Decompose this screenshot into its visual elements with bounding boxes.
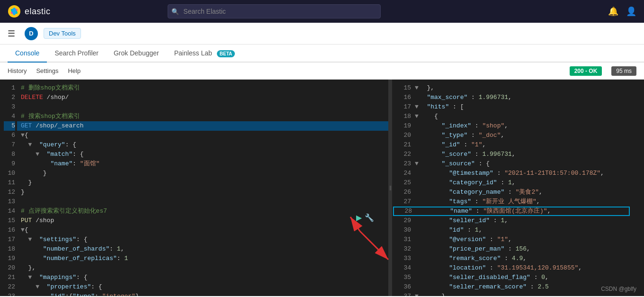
resp-line: 24 "@timestamp" : "2021-11-21T01:57:00.1… bbox=[392, 169, 644, 178]
status-badge: 200 - OK bbox=[570, 66, 602, 76]
code-line: ▼{ bbox=[17, 131, 388, 140]
code-line: "number_of_replicas": 1 bbox=[17, 254, 388, 263]
response-pane[interactable]: 15 ▼ }, 16 "max_score" : 1.996731, 17 ▼ … bbox=[392, 80, 644, 296]
code-editor[interactable]: # 删除shop文档索引 DELETE /shop/ # 搜索shop文档索引 … bbox=[17, 80, 388, 296]
resp-line: 19 "_index" : "shop", bbox=[392, 121, 644, 131]
resp-line: 25 "category_id" : 1, bbox=[392, 178, 644, 188]
code-line: ▼ "match": { bbox=[17, 150, 388, 159]
resp-line: 34 "location" : "31.195341,120.915855", bbox=[392, 263, 644, 273]
line-action-buttons: ▶ 🔧 bbox=[356, 213, 374, 222]
code-line: } bbox=[17, 188, 388, 197]
resp-line: 30 "id" : 1, bbox=[392, 225, 644, 235]
top-navigation: elastic 🔍 🔔 👤 bbox=[0, 0, 644, 23]
resp-line: 27 "tags" : "新开业 人气爆棚", bbox=[392, 197, 644, 207]
resp-line: 33 "remark_score" : 4.9, bbox=[392, 254, 644, 263]
code-line: "name": "面馆" bbox=[17, 159, 388, 169]
resp-line: 35 "seller_disabled_flag" : 0, bbox=[392, 273, 644, 282]
search-icon: 🔍 bbox=[171, 8, 179, 15]
code-line: "number_of_shards": 1, bbox=[17, 244, 388, 254]
user-avatar[interactable]: D bbox=[25, 27, 38, 40]
code-line: ▼{ bbox=[17, 225, 388, 235]
time-badge: 95 ms bbox=[611, 66, 636, 76]
resp-line: 26 "category_name" : "美食2", bbox=[392, 188, 644, 197]
code-line: # 点评搜索索引定义初始化es7 bbox=[17, 207, 388, 216]
user-menu-icon[interactable]: 👤 bbox=[626, 6, 636, 17]
dev-tools-breadcrumb[interactable]: Dev Tools bbox=[44, 28, 81, 39]
beta-badge: BETA bbox=[217, 50, 235, 57]
elastic-logo-icon bbox=[8, 5, 21, 18]
hamburger-menu-icon[interactable]: ☰ bbox=[8, 28, 15, 39]
tab-grok-debugger[interactable]: Grok Debugger bbox=[106, 45, 167, 63]
pane-resizer[interactable]: ‖ bbox=[388, 80, 392, 296]
code-line: ▼ "settings": { bbox=[17, 235, 388, 244]
tab-bar: Console Search Profiler Grok Debugger Pa… bbox=[0, 45, 644, 63]
resp-line: 17 ▼ "hits" : [ bbox=[392, 102, 644, 112]
tab-console[interactable]: Console bbox=[8, 45, 47, 63]
resp-line: 29 "seller_id" : 1, bbox=[392, 216, 644, 225]
resp-line: 32 "price_per_man" : 156, bbox=[392, 244, 644, 254]
main-content: 1234 5 678910 1112131415 1617181920 2122… bbox=[0, 80, 644, 296]
code-line-active: GET /shop/_search bbox=[17, 121, 388, 131]
code-line: "id":{"type": "integer"} bbox=[17, 292, 388, 296]
notifications-icon[interactable]: 🔔 bbox=[608, 6, 618, 17]
logo-text: elastic bbox=[25, 7, 51, 17]
resp-line-highlighted: 28 "name" : "陕西面馆(北京亦庄)", bbox=[393, 207, 630, 216]
code-line bbox=[17, 197, 388, 207]
resp-line: 31 "@version" : "1", bbox=[392, 235, 644, 244]
code-line: ▼ "query": { bbox=[17, 140, 388, 150]
resp-line: 22 "_score" : 1.996731, bbox=[392, 150, 644, 159]
resp-line: 16 "max_score" : 1.996731, bbox=[392, 93, 644, 102]
resp-line: 20 "_type" : "_doc", bbox=[392, 131, 644, 140]
nav-right-icons: 🔔 👤 bbox=[608, 6, 636, 17]
history-button[interactable]: History bbox=[8, 66, 27, 75]
code-line: DELETE /shop/ bbox=[17, 93, 388, 102]
code-line: }, bbox=[17, 263, 388, 273]
second-bar: ☰ D Dev Tools bbox=[0, 23, 644, 45]
global-search-bar[interactable]: 🔍 bbox=[168, 4, 381, 18]
code-line: } bbox=[17, 178, 388, 188]
code-line: ▼ "mappings": { bbox=[17, 273, 388, 282]
logo-area: elastic bbox=[8, 5, 51, 18]
global-search-input[interactable] bbox=[168, 4, 381, 18]
resp-line: 18 ▼ { bbox=[392, 112, 644, 121]
tab-search-profiler[interactable]: Search Profiler bbox=[47, 45, 106, 63]
editor-pane: 1234 5 678910 1112131415 1617181920 2122… bbox=[0, 80, 388, 296]
resp-line: 15 ▼ }, bbox=[392, 83, 644, 93]
settings-button[interactable]: Settings bbox=[36, 66, 58, 75]
code-line: } bbox=[17, 169, 388, 178]
watermark: CSDN @gblfy bbox=[601, 286, 636, 292]
code-line: ▼ "properties": { bbox=[17, 282, 388, 292]
editor-toolbar: History Settings Help 200 - OK 95 ms bbox=[0, 63, 644, 80]
help-button[interactable]: Help bbox=[68, 66, 80, 75]
resp-line: 37 ▼ } bbox=[392, 292, 644, 296]
code-line: # 搜索shop文档索引 bbox=[17, 112, 388, 121]
wrench-settings-button[interactable]: 🔧 bbox=[365, 213, 374, 222]
svg-point-3 bbox=[12, 8, 16, 15]
code-line: # 删除shop文档索引 bbox=[17, 83, 388, 93]
code-line bbox=[17, 102, 388, 112]
line-numbers: 1234 5 678910 1112131415 1617181920 2122… bbox=[0, 80, 17, 296]
run-query-button[interactable]: ▶ bbox=[356, 213, 362, 222]
resp-line: 23 ▼ "_source" : { bbox=[392, 159, 644, 169]
resp-line: 21 "_id" : "1", bbox=[392, 140, 644, 150]
tab-painless-lab[interactable]: Painless Lab BETA bbox=[167, 45, 243, 63]
code-line: PUT /shop bbox=[17, 216, 388, 225]
